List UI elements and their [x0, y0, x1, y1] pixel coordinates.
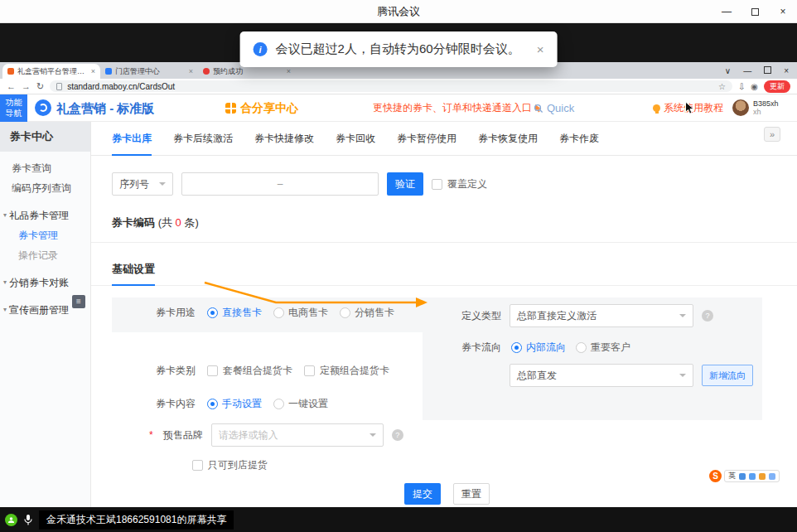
toolbox-icon[interactable] [769, 473, 775, 480]
radio-label: 直接售卡 [222, 306, 262, 320]
form-actions: 提交 重置 [404, 483, 797, 505]
checkbox-icon [192, 460, 203, 471]
sidebar-group-label: 礼品券卡管理 [9, 206, 69, 225]
star-icon[interactable]: ☆ [718, 82, 726, 91]
user-avatar[interactable] [732, 99, 749, 116]
tab-favicon [105, 68, 112, 75]
checkbox-label: 只可到店提货 [208, 458, 268, 472]
submit-button[interactable]: 提交 [404, 483, 441, 505]
checkbox-package-combo-card[interactable]: 套餐组合提货卡 [207, 364, 292, 378]
shared-browser-window: 礼盒营销平台管理中心 × 门店管理中心 × 预约成功 × ∨ — [0, 62, 797, 507]
tab-label: 礼盒营销平台管理中心 [17, 66, 88, 77]
url-box[interactable]: standard.maboy.cn/CardsOut ☆ [50, 80, 732, 92]
serial-select-value: 序列号 [119, 177, 149, 191]
ime-lang-toggle[interactable]: 英 [728, 471, 736, 481]
verify-button[interactable]: 验证 [387, 172, 423, 196]
share-center-link[interactable]: 合分享中心 [225, 94, 298, 122]
browser-close-button[interactable]: × [784, 66, 789, 75]
profile-icon[interactable]: ◉ [751, 82, 758, 91]
quick-entry-link[interactable]: 更快捷的券卡、订单和快递通道入口 [373, 94, 543, 122]
maximize-button[interactable] [741, 0, 769, 23]
mic-icon [23, 514, 33, 526]
nav-toggle-button[interactable]: 功能 导航 [0, 94, 27, 122]
sidebar-item-code-sequence-query[interactable]: 编码序列查询 [0, 178, 90, 198]
override-define-checkbox[interactable]: 覆盖定义 [432, 177, 487, 191]
tab-favicon [7, 68, 14, 75]
download-icon[interactable]: ⇩ [738, 82, 745, 91]
screen-share-stage: 礼盒营销平台管理中心 × 门店管理中心 × 预约成功 × ∨ — [0, 23, 797, 507]
browser-window-controls: ∨ — × [725, 66, 797, 75]
caret-down-icon: ▾ [3, 300, 7, 320]
radio-label: 内部流向 [526, 341, 566, 355]
share-center-label: 合分享中心 [240, 101, 298, 116]
back-icon[interactable]: ← [7, 81, 16, 91]
radio-internal-flow[interactable]: 内部流向 [511, 341, 566, 355]
sidebar-collapse-handle[interactable]: ≡ [72, 295, 85, 308]
maximize-icon [764, 66, 771, 74]
serial-range-input[interactable]: – [181, 172, 379, 196]
tutorial-link[interactable]: 系统使用教程 [653, 94, 723, 122]
meeting-window: 腾讯会议 — × 礼盒营销平台管理中心 × 门店管理中心 × [0, 0, 797, 532]
override-label: 覆盖定义 [447, 177, 487, 191]
tab-card-recycle[interactable]: 券卡回收 [336, 132, 375, 155]
quick-search[interactable]: Quick [534, 94, 574, 122]
help-icon[interactable]: ? [392, 429, 403, 441]
sidebar-item-card-mgmt[interactable]: 券卡管理 [0, 225, 90, 245]
radio-one-click-setting[interactable]: 一键设置 [273, 397, 328, 411]
tab-search-icon[interactable]: ∨ [725, 66, 731, 75]
brand-select[interactable]: 请选择或输入 [211, 423, 384, 447]
refresh-icon[interactable]: ↻ [36, 81, 44, 92]
tab-close-icon[interactable]: × [287, 67, 291, 75]
page-icon [56, 83, 62, 90]
sidebar-item-card-query[interactable]: 券卡查询 [0, 158, 90, 178]
browser-minimize-button[interactable]: — [743, 66, 751, 75]
radio-key-customer[interactable]: 重要客户 [576, 341, 630, 355]
radio-distribution-sale[interactable]: 分销售卡 [340, 306, 394, 320]
browser-maximize-button[interactable] [764, 66, 771, 75]
minimize-button[interactable]: — [712, 0, 741, 23]
code-count: 0 [176, 216, 181, 229]
keyboard-icon[interactable] [759, 473, 766, 480]
radio-direct-sale[interactable]: 直接售卡 [207, 306, 262, 320]
tab-card-void[interactable]: 券卡作废 [559, 132, 599, 155]
tab-card-restore[interactable]: 券卡恢复使用 [478, 132, 538, 155]
ime-logo[interactable]: S [709, 470, 722, 482]
radio-label: 重要客户 [591, 341, 630, 355]
checkbox-fixed-combo-card[interactable]: 定额组合提货卡 [304, 364, 389, 378]
help-icon[interactable]: ? [702, 310, 713, 322]
tab-close-icon[interactable]: × [91, 67, 95, 75]
info-icon: i [254, 42, 268, 56]
tab-card-quick-edit[interactable]: 券卡快捷修改 [254, 132, 314, 155]
tab-card-outbound[interactable]: 券卡出库 [112, 132, 152, 156]
add-flow-button[interactable]: 新增流向 [702, 365, 753, 386]
radio-ecommerce-sale[interactable]: 电商售卡 [273, 306, 328, 320]
define-type-select[interactable]: 总部直接定义激活 [510, 304, 693, 327]
tab-card-suspend[interactable]: 券卡暂停使用 [397, 132, 456, 155]
mic-icon[interactable] [749, 473, 756, 480]
browser-tab-2[interactable]: 门店管理中心 × [100, 64, 198, 79]
pen-icon[interactable] [739, 473, 746, 480]
sidebar-item-operation-log[interactable]: 操作记录 [0, 245, 90, 265]
radio-manual-setting[interactable]: 手动设置 [207, 397, 262, 411]
quick-label: Quick [547, 102, 574, 114]
tab-close-icon[interactable]: × [189, 67, 193, 75]
sidebar-group-gift-card-mgmt[interactable]: ▾ 礼品券卡管理 [0, 206, 90, 225]
define-type-label: 定义类型 [461, 309, 501, 323]
toast-close-icon[interactable]: × [537, 42, 544, 56]
checkbox-store-pickup-only[interactable]: 只可到店提货 [192, 458, 268, 472]
forward-icon[interactable]: → [22, 81, 31, 91]
browser-update-button[interactable]: 更新 [764, 80, 790, 93]
browser-tab-1[interactable]: 礼盒营销平台管理中心 × [2, 64, 100, 79]
serial-type-select[interactable]: 序列号 [112, 172, 173, 196]
tab-card-followup-activate[interactable]: 券卡后续激活 [173, 132, 233, 155]
bulb-icon [653, 104, 660, 112]
checkbox-label: 套餐组合提货卡 [223, 364, 292, 378]
close-button[interactable]: × [769, 0, 797, 23]
flow-select[interactable]: 总部直发 [510, 364, 693, 387]
sidebar-group-distribution-reconcile[interactable]: ▾ 分销券卡对账 [0, 273, 90, 293]
panel-collapse-button[interactable]: » [764, 127, 780, 142]
flow-row: 券卡流向 内部流向 重要客户 [461, 341, 630, 355]
code-count-suffix: 条) [184, 216, 198, 229]
reset-button[interactable]: 重置 [453, 483, 490, 505]
screen-share-bar: 金禾通技术王斌18662591081的屏幕共享 [0, 507, 797, 532]
